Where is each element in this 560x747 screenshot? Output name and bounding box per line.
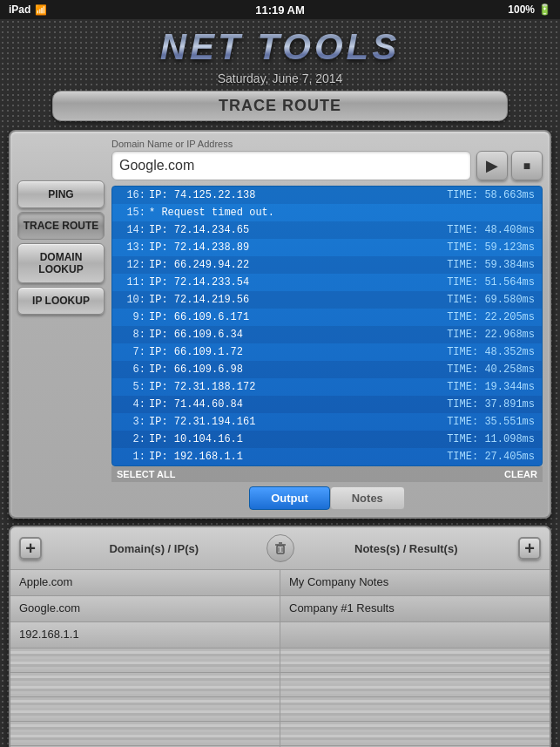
tab-notes[interactable]: Notes xyxy=(330,486,405,510)
status-bar: iPad 📶 11:19 AM 100% 🔋 xyxy=(0,0,560,19)
result-hop: 3: xyxy=(119,416,145,428)
nav-ip-lookup[interactable]: IP LOOKUP xyxy=(17,287,105,315)
list-rows: Apple.comMy Company NotesGoogle.comCompa… xyxy=(10,570,550,747)
bottom-header: + Domain(s) / IP(s) Notes(s) / Result(s)… xyxy=(10,527,550,570)
result-row: 2:IP: 10.104.16.1TIME: 11.098ms xyxy=(112,431,542,448)
result-hop: 12: xyxy=(119,259,145,271)
nav-traceroute[interactable]: TRACE ROUTE xyxy=(17,212,105,240)
result-row: 15:* Request timed out. xyxy=(112,204,542,221)
result-ip: IP: 192.168.1.1 xyxy=(149,451,447,463)
empty-cell xyxy=(280,697,550,721)
result-time: TIME: 11.098ms xyxy=(447,433,535,445)
result-row: 7:IP: 66.109.1.72TIME: 48.352ms xyxy=(112,343,542,361)
list-item[interactable]: Google.comCompany #1 Results xyxy=(10,596,550,622)
stop-button[interactable]: ■ xyxy=(511,151,543,180)
result-row: 1:IP: 192.168.1.1TIME: 27.405ms xyxy=(112,448,542,465)
result-hop: 16: xyxy=(119,189,145,201)
select-all-button[interactable]: SELECT ALL xyxy=(117,469,175,479)
stop-icon: ■ xyxy=(523,159,530,173)
list-item[interactable]: 192.168.1.1 xyxy=(10,622,550,649)
result-hop: 4: xyxy=(119,398,145,411)
result-row: 14:IP: 72.14.234.65TIME: 48.408ms xyxy=(112,221,542,239)
result-row: 10:IP: 72.14.219.56TIME: 69.580ms xyxy=(112,291,542,309)
play-icon: ▶ xyxy=(486,156,498,175)
result-time: TIME: 22.205ms xyxy=(447,311,535,323)
result-ip: IP: 72.14.238.89 xyxy=(149,241,447,254)
status-left: iPad 📶 xyxy=(9,3,47,16)
empty-row xyxy=(10,649,550,673)
right-content: Domain Name or IP Address ▶ ■ xyxy=(111,139,543,510)
result-time: TIME: 35.551ms xyxy=(447,416,535,428)
svg-rect-0 xyxy=(277,546,284,553)
result-ip: IP: 72.14.234.65 xyxy=(149,224,447,236)
result-ip: IP: 72.14.233.54 xyxy=(149,276,447,289)
result-time: TIME: 40.258ms xyxy=(447,363,535,376)
nav-domain-lookup[interactable]: DOMAIN LOOKUP xyxy=(17,243,105,283)
section-title-bar: TRACE ROUTE xyxy=(52,91,508,121)
play-button[interactable]: ▶ xyxy=(476,151,508,180)
device-label: iPad xyxy=(9,3,30,16)
result-ip: IP: 71.44.60.84 xyxy=(149,398,447,411)
main-panel: PING TRACE ROUTE DOMAIN LOOKUP IP LOOKUP… xyxy=(9,130,551,519)
result-time: TIME: 37.891ms xyxy=(447,398,535,411)
result-hop: 11: xyxy=(119,276,145,289)
result-row: 3:IP: 72.31.194.161TIME: 35.551ms xyxy=(112,413,542,431)
result-ip: IP: 72.14.219.56 xyxy=(149,294,447,306)
empty-cell xyxy=(10,697,280,721)
result-row: 13:IP: 72.14.238.89TIME: 59.123ms xyxy=(112,239,542,256)
status-right: 100% 🔋 xyxy=(508,3,551,16)
result-ip: IP: 10.104.16.1 xyxy=(149,433,447,445)
results-footer: SELECT ALL CLEAR xyxy=(111,466,543,482)
result-time: TIME: 27.405ms xyxy=(447,451,535,463)
status-time: 11:19 AM xyxy=(255,3,305,17)
result-ip: IP: 74.125.22.138 xyxy=(149,189,447,201)
action-buttons: ▶ ■ xyxy=(476,151,543,180)
result-time: TIME: 58.663ms xyxy=(447,189,535,201)
result-hop: 9: xyxy=(119,311,145,323)
list-item[interactable]: Apple.comMy Company Notes xyxy=(10,570,550,596)
app-container: NET TOOLS Saturday, June 7, 2014 TRACE R… xyxy=(0,19,560,747)
input-label: Domain Name or IP Address xyxy=(111,139,543,149)
left-nav: PING TRACE ROUTE DOMAIN LOOKUP IP LOOKUP xyxy=(17,139,105,510)
empty-row xyxy=(10,673,550,697)
result-ip: IP: 66.109.6.171 xyxy=(149,311,447,323)
content-wrapper: NET TOOLS Saturday, June 7, 2014 TRACE R… xyxy=(0,19,560,747)
domain-input[interactable] xyxy=(111,151,471,180)
empty-cell xyxy=(280,649,550,672)
empty-row xyxy=(10,722,550,746)
list-cell-domain: Apple.com xyxy=(10,570,280,595)
date-bar: Saturday, June 7, 2014 xyxy=(0,71,560,85)
empty-cell xyxy=(280,722,550,745)
trash-button[interactable] xyxy=(267,534,294,562)
add-notes-button[interactable]: + xyxy=(518,537,541,560)
list-cell-domain: 192.168.1.1 xyxy=(10,622,280,648)
input-row: ▶ ■ xyxy=(111,151,543,180)
app-title-container: NET TOOLS xyxy=(0,19,560,71)
add-domain-button[interactable]: + xyxy=(19,537,42,560)
result-time: TIME: 19.344ms xyxy=(447,381,535,393)
results-container: 16:IP: 74.125.22.138TIME: 58.663ms15:* R… xyxy=(111,186,543,466)
result-ip: * Request timed out. xyxy=(149,207,535,219)
result-row: 5:IP: 72.31.188.172TIME: 19.344ms xyxy=(112,378,542,396)
empty-row xyxy=(10,697,550,722)
nav-ping[interactable]: PING xyxy=(17,180,105,208)
empty-cell xyxy=(10,673,280,696)
result-ip: IP: 66.109.1.72 xyxy=(149,346,447,358)
result-time: TIME: 51.564ms xyxy=(447,276,535,289)
result-row: 12:IP: 66.249.94.22TIME: 59.384ms xyxy=(112,256,542,274)
wifi-icon: 📶 xyxy=(35,4,47,16)
result-ip: IP: 72.31.194.161 xyxy=(149,416,447,428)
result-hop: 10: xyxy=(119,294,145,306)
tab-output[interactable]: Output xyxy=(249,486,330,510)
trash-icon xyxy=(273,541,287,555)
battery-label: 100% xyxy=(508,3,535,16)
result-time: TIME: 48.352ms xyxy=(447,346,535,358)
result-time: TIME: 48.408ms xyxy=(447,224,535,236)
result-ip: IP: 72.31.188.172 xyxy=(149,381,447,393)
result-hop: 13: xyxy=(119,241,145,254)
result-hop: 15: xyxy=(119,207,145,219)
clear-button[interactable]: CLEAR xyxy=(504,469,537,479)
result-hop: 5: xyxy=(119,381,145,393)
result-hop: 1: xyxy=(119,451,145,463)
list-cell-notes: My Company Notes xyxy=(280,570,550,595)
